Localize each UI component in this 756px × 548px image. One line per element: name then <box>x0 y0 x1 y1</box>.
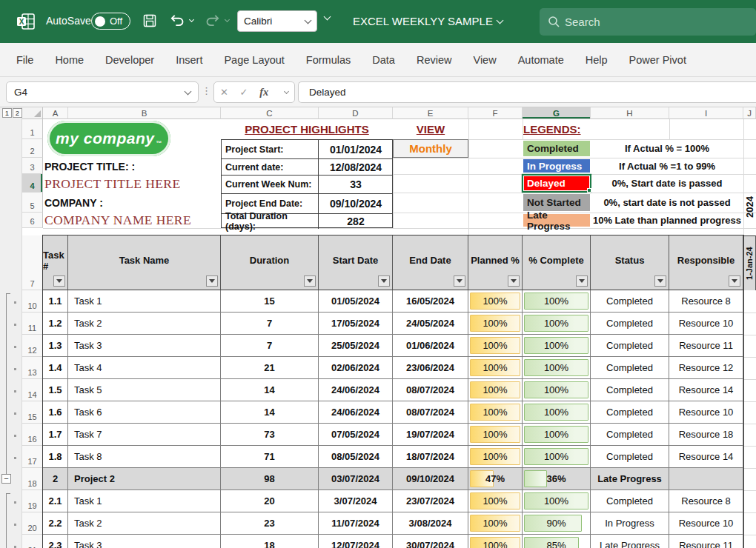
cell-responsible-row16[interactable]: Resource 18 <box>669 424 743 446</box>
ribbon-tab-formulas[interactable]: Formulas <box>306 54 351 66</box>
highlight-value-cell[interactable]: 12/08/2024 <box>319 159 392 175</box>
insert-function-button[interactable]: fx <box>259 86 268 98</box>
cell-planned-row14[interactable]: 100% <box>468 379 523 401</box>
cell-duration-row18[interactable]: 98 <box>221 468 319 490</box>
save-button[interactable] <box>142 13 157 28</box>
table-header-responsible[interactable]: Responsible <box>669 235 743 290</box>
column-header-C[interactable]: C <box>221 107 319 119</box>
row-header-2[interactable]: 2 <box>22 139 43 158</box>
redo-button[interactable] <box>205 13 229 29</box>
cell-start-row11[interactable]: 17/05/2024 <box>319 313 393 335</box>
cell-name-row11[interactable]: Task 2 <box>68 313 221 335</box>
legend-cell-delayed[interactable]: Delayed <box>523 176 590 191</box>
company-label-cell[interactable]: COMPANY : <box>44 193 103 213</box>
row-header-13[interactable]: 13 <box>22 357 43 379</box>
project-highlights-heading[interactable]: PROJECT HIGHLIGHTS <box>221 120 393 138</box>
cell-task_no-row15[interactable]: 1.6 <box>43 401 68 424</box>
cell-responsible-row21[interactable]: Resource 11 <box>669 535 743 548</box>
cell-status-row14[interactable]: Completed <box>591 379 669 401</box>
row-header-4[interactable]: 4 <box>22 174 43 193</box>
table-header-start-date[interactable]: Start Date <box>319 235 393 290</box>
cell-end-row15[interactable]: 08/07/2024 <box>393 401 468 424</box>
filter-button[interactable] <box>576 275 588 287</box>
legends-heading[interactable]: LEGENDS: <box>523 120 594 138</box>
cell-start-row19[interactable]: 3/07/2024 <box>319 490 393 512</box>
table-header-planned-[interactable]: Planned % <box>468 235 523 290</box>
cell-complete-row16[interactable]: 100% <box>523 424 591 446</box>
name-box[interactable]: G4 <box>6 81 199 103</box>
cell-planned-row12[interactable]: 100% <box>468 335 523 357</box>
column-header-A[interactable]: A <box>43 107 68 119</box>
cell-end-row11[interactable]: 24/05/2024 <box>393 313 468 335</box>
cell-end-row16[interactable]: 19/07/2024 <box>393 424 468 446</box>
cell-complete-row11[interactable]: 100% <box>523 313 591 335</box>
cell-planned-row20[interactable]: 100% <box>468 512 523 535</box>
cell-duration-row14[interactable]: 14 <box>221 379 319 401</box>
row-header-21[interactable]: 21 <box>22 535 43 548</box>
confirm-entry-button[interactable]: ✓ <box>240 87 248 98</box>
row-header-17[interactable]: 17 <box>22 446 43 468</box>
row-header-15[interactable]: 15 <box>22 401 43 424</box>
row-header-7[interactable]: 7 <box>22 235 43 290</box>
cell-status-row11[interactable]: Completed <box>591 313 669 335</box>
cell-task_no-row14[interactable]: 1.5 <box>43 379 68 401</box>
legend-description-cell[interactable]: 0%, Start date is passed <box>591 175 743 192</box>
ribbon-tab-developer[interactable]: Developer <box>105 54 154 66</box>
table-header-status[interactable]: Status <box>591 235 669 290</box>
cell-duration-row15[interactable]: 14 <box>221 401 319 424</box>
cell-start-row21[interactable]: 12/07/2024 <box>319 535 393 548</box>
cell-start-row14[interactable]: 24/06/2024 <box>319 379 393 401</box>
highlight-label-cell[interactable]: Current Week Num: <box>222 176 319 193</box>
filter-button[interactable] <box>654 275 666 287</box>
cell-planned-row18[interactable]: 47% <box>468 468 523 490</box>
filter-button[interactable] <box>378 275 390 287</box>
outline-level-2-button[interactable]: 2 <box>13 108 22 118</box>
highlight-label-cell[interactable]: Total Duration (days): <box>222 214 319 229</box>
cell-end-row20[interactable]: 3/08/2024 <box>393 512 468 535</box>
cell-name-row19[interactable]: Task 1 <box>68 490 221 512</box>
cell-name-row17[interactable]: Task 8 <box>68 446 221 468</box>
cell-duration-row11[interactable]: 7 <box>221 313 319 335</box>
ribbon-tab-power-pivot[interactable]: Power Pivot <box>629 54 686 66</box>
company-name-cell[interactable]: COMPANY NAME HERE <box>44 213 191 228</box>
cell-duration-row20[interactable]: 23 <box>221 512 319 535</box>
cell-start-row12[interactable]: 25/05/2024 <box>319 335 393 357</box>
table-header-task-[interactable]: Task # <box>43 235 68 290</box>
cell-end-row18[interactable]: 09/10/2024 <box>393 468 468 490</box>
project-title-cell[interactable]: PROJECT TITLE HERE <box>44 175 181 193</box>
table-header-duration[interactable]: Duration <box>221 235 319 290</box>
cell-responsible-row20[interactable]: Resource 10 <box>669 512 743 535</box>
cell-status-row13[interactable]: Completed <box>591 357 669 379</box>
filter-button[interactable] <box>508 275 520 287</box>
ribbon-tab-file[interactable]: File <box>16 54 33 66</box>
undo-dropdown-chevron-icon[interactable] <box>189 17 194 22</box>
ribbon-tab-view[interactable]: View <box>473 54 496 66</box>
excel-app-icon[interactable]: X <box>16 13 36 30</box>
cell-end-row13[interactable]: 23/06/2024 <box>393 357 468 379</box>
cell-task_no-row21[interactable]: 2.3 <box>43 535 68 548</box>
cell-responsible-row19[interactable]: Resource 8 <box>669 490 743 512</box>
outline-level-1-button[interactable]: 1 <box>2 108 12 118</box>
font-selector[interactable]: Calibri <box>237 10 317 32</box>
cell-task_no-row10[interactable]: 1.1 <box>43 290 68 313</box>
cell-start-row17[interactable]: 08/05/2024 <box>319 446 393 468</box>
cell-name-row10[interactable]: Task 1 <box>68 290 221 313</box>
cell-end-row12[interactable]: 01/06/2024 <box>393 335 468 357</box>
cell-planned-row21[interactable]: 100% <box>468 535 523 548</box>
cell-status-row16[interactable]: Completed <box>591 424 669 446</box>
column-header-I[interactable]: I <box>669 107 743 119</box>
cell-status-row12[interactable]: Completed <box>591 335 669 357</box>
row-header-20[interactable]: 20 <box>22 512 43 535</box>
cell-complete-row13[interactable]: 100% <box>523 357 591 379</box>
cell-status-row15[interactable]: Completed <box>591 401 669 424</box>
search-box[interactable]: Search <box>540 8 756 36</box>
row-header-3[interactable]: 3 <box>22 158 43 174</box>
select-all-corner[interactable] <box>22 107 43 119</box>
outline-collapse-button[interactable]: − <box>1 474 11 484</box>
cell-responsible-row12[interactable]: Resource 11 <box>669 335 743 357</box>
cell-end-row17[interactable]: 18/07/2024 <box>393 446 468 468</box>
cell-duration-row16[interactable]: 73 <box>221 424 319 446</box>
cell-end-row21[interactable]: 30/07/2024 <box>393 535 468 548</box>
autosave-toggle[interactable]: Off <box>91 13 130 30</box>
legend-description-cell[interactable]: 10% Late than planned progress <box>591 213 743 227</box>
